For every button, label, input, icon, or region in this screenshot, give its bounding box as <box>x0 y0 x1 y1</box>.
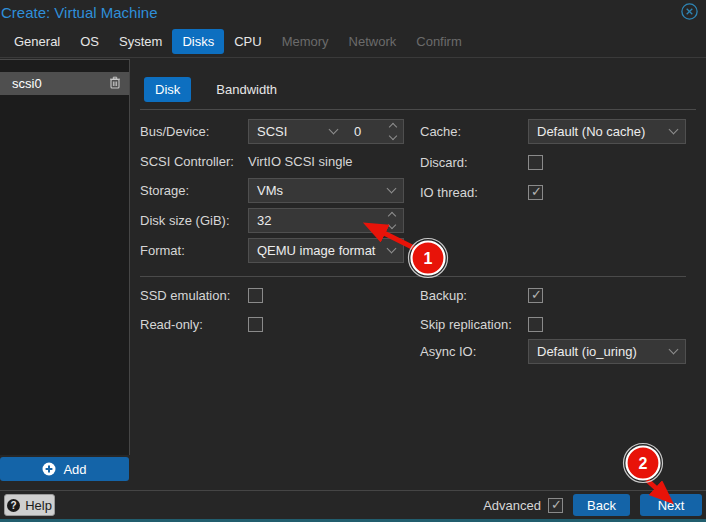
skip-replication-checkbox[interactable] <box>528 317 543 332</box>
bus-type-value: SCSI <box>257 124 287 139</box>
disk-size-input[interactable]: 32 <box>248 208 404 233</box>
number-spinner[interactable] <box>389 213 395 228</box>
chevron-down-icon <box>387 244 397 254</box>
add-button-label: Add <box>63 462 86 477</box>
bus-number-value: 0 <box>354 124 361 139</box>
back-button[interactable]: Back <box>573 494 630 516</box>
help-button[interactable]: ? Help <box>4 494 55 516</box>
bus-device-control[interactable]: SCSI 0 <box>248 119 404 144</box>
storage-value: VMs <box>257 183 283 198</box>
tab-os[interactable]: OS <box>70 29 109 54</box>
question-circle-icon: ? <box>7 499 20 512</box>
disk-list-panel: scsi0 <box>0 59 130 455</box>
chevron-down-icon[interactable] <box>329 125 339 135</box>
wizard-tab-bar: General OS System Disks CPU Memory Netwo… <box>0 26 706 58</box>
backup-checkbox[interactable] <box>528 288 543 303</box>
discard-row: Discard: <box>420 150 543 175</box>
dialog-footer: ? Help Advanced Back Next <box>0 490 706 519</box>
number-spinner[interactable] <box>390 124 396 139</box>
async-io-label: Async IO: <box>420 344 528 359</box>
help-button-label: Help <box>25 498 52 513</box>
trash-icon[interactable] <box>109 76 121 92</box>
format-row: Format: QEMU image format <box>140 238 404 263</box>
disk-subtabs: Disk Bandwidth <box>144 77 288 102</box>
backup-label: Backup: <box>420 288 528 303</box>
disk-size-label: Disk size (GiB): <box>140 213 248 228</box>
disk-size-value: 32 <box>257 213 271 228</box>
bus-device-label: Bus/Device: <box>140 124 248 139</box>
tab-system[interactable]: System <box>109 29 172 54</box>
storage-row: Storage: VMs <box>140 178 404 203</box>
plus-circle-icon <box>42 462 56 476</box>
tab-cpu[interactable]: CPU <box>224 29 271 54</box>
io-thread-label: IO thread: <box>420 185 528 200</box>
tab-network: Network <box>339 29 407 54</box>
io-thread-checkbox[interactable] <box>528 185 543 200</box>
skip-replication-label: Skip replication: <box>420 317 528 332</box>
cache-value: Default (No cache) <box>537 124 645 139</box>
divider-top <box>140 109 696 110</box>
tab-memory: Memory <box>272 29 339 54</box>
add-disk-button[interactable]: Add <box>0 457 129 481</box>
async-io-row: Async IO: Default (io_uring) <box>420 339 686 364</box>
advanced-label: Advanced <box>483 498 541 513</box>
disk-list-item-scsi0[interactable]: scsi0 <box>0 72 129 95</box>
backup-row: Backup: <box>420 283 543 308</box>
disk-item-label: scsi0 <box>12 76 42 91</box>
cache-select[interactable]: Default (No cache) <box>528 119 686 144</box>
async-io-value: Default (io_uring) <box>537 344 637 359</box>
svg-text:2: 2 <box>639 455 648 472</box>
discard-checkbox[interactable] <box>528 155 543 170</box>
read-only-row: Read-only: <box>140 312 263 337</box>
storage-select[interactable]: VMs <box>248 178 404 203</box>
storage-label: Storage: <box>140 183 248 198</box>
ssd-emulation-row: SSD emulation: <box>140 283 263 308</box>
disk-size-row: Disk size (GiB): 32 <box>140 208 404 233</box>
chevron-down-icon <box>669 125 679 135</box>
svg-text:1: 1 <box>424 250 433 267</box>
dialog-title: Create: Virtual Machine <box>1 4 157 21</box>
scsi-controller-label: SCSI Controller: <box>140 154 248 169</box>
discard-label: Discard: <box>420 155 528 170</box>
advanced-checkbox[interactable] <box>548 498 563 513</box>
format-value: QEMU image format <box>257 243 375 258</box>
ssd-emulation-label: SSD emulation: <box>140 288 248 303</box>
cache-label: Cache: <box>420 124 528 139</box>
next-button[interactable]: Next <box>640 494 702 516</box>
annotation-badge-1: 1 <box>409 239 448 278</box>
format-label: Format: <box>140 243 248 258</box>
async-io-select[interactable]: Default (io_uring) <box>528 339 686 364</box>
ssd-emulation-checkbox[interactable] <box>248 288 263 303</box>
read-only-checkbox[interactable] <box>248 317 263 332</box>
scsi-controller-row: SCSI Controller: VirtIO SCSI single <box>140 149 353 174</box>
close-icon[interactable] <box>681 3 698 20</box>
tab-general[interactable]: General <box>4 29 70 54</box>
bus-device-row: Bus/Device: SCSI 0 <box>140 119 404 144</box>
divider-middle <box>140 276 686 277</box>
chevron-down-icon <box>387 184 397 194</box>
tab-disks[interactable]: Disks <box>172 29 224 54</box>
scsi-controller-value: VirtIO SCSI single <box>248 154 353 169</box>
cache-row: Cache: Default (No cache) <box>420 119 686 144</box>
tab-bandwidth[interactable]: Bandwidth <box>205 77 288 102</box>
dialog-titlebar: Create: Virtual Machine <box>0 0 706 26</box>
tab-confirm: Confirm <box>406 29 472 54</box>
io-thread-row: IO thread: <box>420 180 543 205</box>
tab-disk[interactable]: Disk <box>144 77 191 102</box>
annotation-badge-2: 2 <box>624 444 663 483</box>
chevron-down-icon <box>669 345 679 355</box>
skip-replication-row: Skip replication: <box>420 312 543 337</box>
format-select[interactable]: QEMU image format <box>248 238 404 263</box>
read-only-label: Read-only: <box>140 317 248 332</box>
